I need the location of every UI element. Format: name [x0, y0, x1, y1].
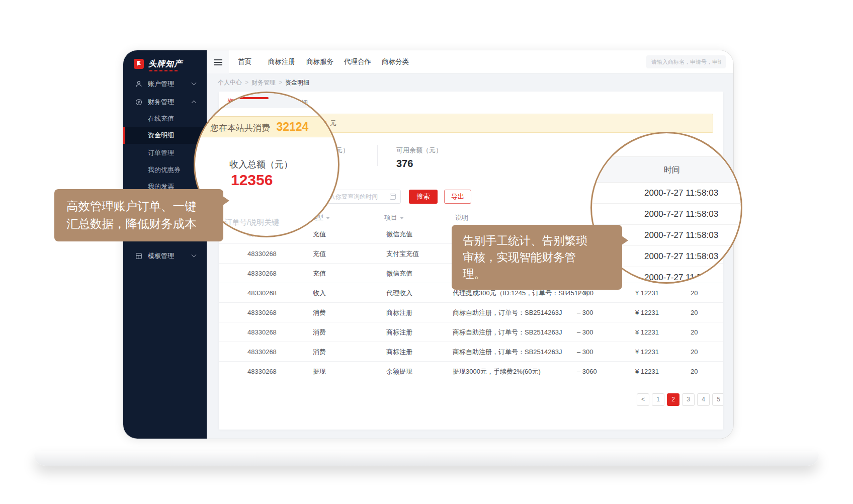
cell-type: 充值: [313, 264, 326, 283]
cell-type: 充值: [313, 244, 326, 264]
cell-project: 支付宝充值: [386, 244, 419, 264]
cell-project: 商标注册: [386, 303, 412, 322]
sort-caret-icon: [400, 217, 404, 219]
cell-type: 消费: [313, 342, 326, 362]
table-row: 48330268 消费 商标注册 商标自助注册，订单号：SB2514263J –…: [219, 303, 723, 322]
sidebar: 头牌知产 账户管理 财务管理 在线充值 资金明细: [123, 50, 207, 439]
magnified-income-value: 12356: [231, 172, 273, 189]
available-balance-value: 376: [396, 158, 413, 170]
cell-amount: – 300: [577, 303, 593, 322]
cell-time: 2000-7-27 11:58:03: [691, 322, 698, 342]
cell-amount: – 300: [577, 322, 593, 342]
breadcrumb-separator: >: [245, 79, 248, 86]
cell-project: 代理收入: [386, 283, 412, 303]
sidebar-item-account[interactable]: 账户管理: [123, 75, 207, 93]
nav-item-tm-category[interactable]: 商标分类: [382, 50, 409, 73]
cell-order: 48330268: [247, 244, 277, 264]
sidebar-item-finance[interactable]: 财务管理: [123, 94, 207, 111]
col-header-desc: 说明: [455, 211, 468, 224]
sidebar-item-fund-details[interactable]: 资金明细: [123, 127, 207, 144]
sidebar-item-label: 订单管理: [148, 144, 174, 161]
nav-item-home[interactable]: 首页: [238, 50, 251, 73]
nav-item-tm-service[interactable]: 商标服务: [306, 50, 333, 73]
breadcrumb: 个人中心>财务管理>资金明细: [218, 78, 309, 87]
cell-project: 商标注册: [386, 322, 412, 342]
page-button-1[interactable]: 1: [652, 393, 664, 406]
trademark-search-input[interactable]: [646, 55, 726, 68]
nav-item-tm-register[interactable]: 商标注册: [268, 50, 295, 73]
chevron-down-icon: [192, 80, 197, 86]
breadcrumb-separator: >: [279, 79, 282, 86]
page-button-2-active[interactable]: 2: [667, 393, 679, 406]
magnified-keyword-header: 订单号/说明关键: [224, 218, 279, 227]
brand-name: 头牌知产: [148, 59, 183, 69]
chevron-down-icon: [192, 253, 197, 258]
prev-page-button[interactable]: <: [637, 393, 649, 406]
magnified-banner-prefix: 您在本站共消费: [210, 123, 270, 133]
cell-type: 充值: [313, 224, 326, 244]
cell-order: 48330268: [247, 362, 277, 381]
cell-type: 提现: [313, 362, 326, 381]
magnified-time-value: 2000-7-27 11:58:03: [592, 204, 741, 225]
cell-balance: ¥ 12231: [635, 322, 659, 342]
cell-order: 48330268: [247, 303, 277, 322]
breadcrumb-item-current: 资金明细: [285, 79, 309, 86]
cell-type: 消费: [313, 322, 326, 342]
search-button[interactable]: 搜索: [409, 190, 438, 204]
cell-desc: 商标自助注册，订单号：SB2514263J: [453, 303, 562, 322]
brand-tagline-dashes: [149, 70, 178, 71]
col-header-project[interactable]: 项目: [384, 211, 404, 224]
cell-desc: 商标自助注册，订单号：SB2514263J: [453, 342, 562, 362]
page-button-3[interactable]: 3: [682, 393, 695, 406]
magnified-time-value: 2000-7-27 11:58:03: [592, 183, 741, 204]
cell-order: 48330268: [247, 322, 277, 342]
cell-desc: 商标自助注册，订单号：SB2514263J: [453, 322, 562, 342]
magnified-income-label: 收入总额（元）: [229, 158, 293, 171]
pagination: < 1 2 3 4 5 >: [637, 393, 723, 406]
calendar-icon[interactable]: [390, 194, 396, 200]
sidebar-item-label: 资金明细: [148, 127, 174, 144]
cell-project: 余额提现: [386, 362, 412, 381]
export-button[interactable]: 导出: [444, 190, 471, 204]
cell-order: 48330268: [247, 264, 277, 283]
magnified-consumption-banner: 您在本站共消费 32124: [195, 116, 338, 137]
cell-balance: ¥ 12231: [635, 303, 659, 322]
cell-project: 微信充值: [386, 264, 412, 283]
cell-project: 微信充值: [386, 224, 412, 244]
magnified-tab-indicator: [239, 97, 269, 99]
sidebar-item-label: 财务管理: [148, 94, 174, 111]
breadcrumb-item[interactable]: 财务管理: [251, 79, 276, 86]
table-row: 48330268 消费 商标注册 商标自助注册，订单号：SB2514263J –…: [219, 322, 723, 342]
sidebar-item-label: 模板管理: [148, 247, 174, 265]
banner-unit: 元: [330, 114, 336, 132]
yuan-coin-icon: [135, 99, 142, 106]
cell-balance: ¥ 12231: [635, 362, 659, 381]
cell-order: 48330268: [247, 342, 277, 362]
cell-balance: ¥ 12231: [635, 283, 659, 303]
template-grid-icon: [135, 253, 142, 260]
cell-project: 商标注册: [386, 342, 412, 362]
hamburger-menu-icon[interactable]: [207, 50, 229, 73]
stat-divider: [377, 145, 378, 166]
sort-caret-icon: [326, 217, 330, 219]
table-row: 48330268 提现 余额提现 提现3000元，手续费2%(60元) – 30…: [219, 362, 723, 381]
chevron-up-icon: [192, 101, 197, 106]
cell-type: 收入: [313, 283, 326, 303]
callout-left: 高效管理账户订单、一键 汇总数据，降低财务成本: [54, 189, 223, 241]
breadcrumb-item[interactable]: 个人中心: [218, 79, 242, 86]
cell-order: 48330268: [247, 283, 277, 303]
page-button-4[interactable]: 4: [697, 393, 710, 406]
laptop-base: [34, 451, 819, 466]
cell-balance: ¥ 12231: [635, 342, 659, 362]
sidebar-item-template[interactable]: 模板管理: [123, 247, 207, 265]
cell-time: 2000-7-27 11:58:03: [691, 283, 698, 303]
nav-item-agency[interactable]: 代理合作: [344, 50, 371, 73]
cell-time: 2000-7-27 11:58:03: [691, 303, 698, 322]
page-button-5[interactable]: 5: [712, 393, 723, 406]
page-canvas: 头牌知产 账户管理 财务管理 在线充值 资金明细: [0, 0, 853, 504]
cell-time: 2000-7-27 11:58:03: [691, 362, 698, 381]
cell-desc: 提现3000元，手续费2%(60元): [453, 362, 541, 381]
sidebar-item-label: 我的优惠券: [148, 161, 181, 179]
cell-type: 消费: [313, 303, 326, 322]
sidebar-item-online-recharge[interactable]: 在线充值: [123, 110, 207, 127]
